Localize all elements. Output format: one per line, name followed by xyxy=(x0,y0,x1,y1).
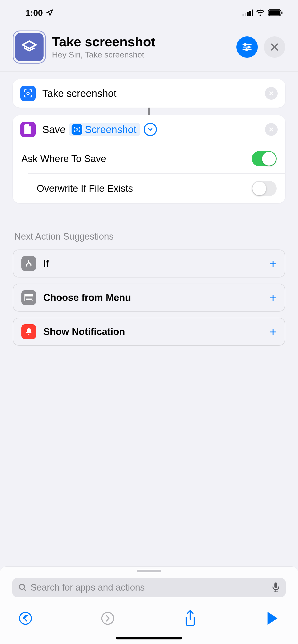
suggestion-choose-menu[interactable]: Choose from Menu + xyxy=(13,284,285,312)
shortcut-app-icon[interactable] xyxy=(13,31,46,64)
delete-action-button[interactable] xyxy=(265,87,278,100)
title-block: Take screenshot Hey Siri, Take screensho… xyxy=(52,35,230,60)
option-ask-where-label: Ask Where To Save xyxy=(21,153,106,164)
suggestion-if[interactable]: If + xyxy=(13,250,285,277)
toggle-overwrite[interactable] xyxy=(252,181,277,196)
shortcut-title[interactable]: Take screenshot xyxy=(52,35,230,49)
svg-rect-28 xyxy=(274,582,277,588)
cellular-icon xyxy=(242,9,253,16)
shortcuts-glyph-icon xyxy=(20,38,38,56)
battery-icon xyxy=(268,9,283,16)
svg-rect-0 xyxy=(242,14,244,16)
suggestions-heading: Next Action Suggestions xyxy=(14,231,285,242)
chevron-down-icon xyxy=(147,126,154,133)
play-icon xyxy=(266,611,279,625)
bottom-toolbar xyxy=(0,597,298,637)
svg-point-11 xyxy=(248,46,250,48)
add-suggestion-button[interactable]: + xyxy=(269,291,277,305)
undo-button[interactable] xyxy=(15,611,36,625)
editor-header: Take screenshot Hey Siri, Take screensho… xyxy=(0,25,298,71)
share-icon xyxy=(183,610,197,627)
status-bar: 1:00 xyxy=(0,0,298,25)
option-overwrite-label: Overwrite If File Exists xyxy=(37,183,133,194)
svg-point-32 xyxy=(102,612,114,624)
svg-rect-1 xyxy=(245,13,246,16)
status-time: 1:00 xyxy=(25,8,53,18)
if-icon xyxy=(21,256,36,271)
svg-rect-7 xyxy=(281,11,282,14)
svg-rect-6 xyxy=(269,10,280,15)
undo-icon xyxy=(18,611,33,625)
add-suggestion-button[interactable]: + xyxy=(269,325,277,339)
action-take-screenshot[interactable]: Take screenshot xyxy=(13,79,285,108)
x-icon xyxy=(268,126,274,133)
toggle-ask-where[interactable] xyxy=(252,151,277,166)
suggestion-label: Show Notification xyxy=(43,326,262,337)
svg-point-13 xyxy=(246,49,248,51)
delete-action-button[interactable] xyxy=(265,123,278,136)
svg-rect-4 xyxy=(252,9,253,16)
file-app-icon xyxy=(20,122,36,137)
svg-point-16 xyxy=(27,92,29,95)
location-icon xyxy=(46,9,53,17)
save-action-label: Save Screenshot xyxy=(42,123,258,136)
action-label: Take screenshot xyxy=(42,88,258,99)
svg-rect-2 xyxy=(247,12,249,16)
share-button[interactable] xyxy=(180,610,200,627)
run-button[interactable] xyxy=(262,611,283,625)
drag-handle[interactable] xyxy=(137,570,161,572)
svg-rect-3 xyxy=(249,11,251,16)
settings-button[interactable] xyxy=(236,36,258,58)
action-connector xyxy=(148,108,150,115)
sliders-icon xyxy=(241,41,253,53)
svg-point-31 xyxy=(20,612,32,624)
bottom-panel: Search for apps and actions xyxy=(0,566,298,644)
clock-text: 1:00 xyxy=(25,8,43,18)
bell-icon xyxy=(21,324,36,339)
x-icon xyxy=(268,90,274,96)
suggestion-label: Choose from Menu xyxy=(43,292,262,303)
svg-point-19 xyxy=(76,129,78,130)
svg-point-9 xyxy=(244,43,246,46)
home-indicator[interactable] xyxy=(116,637,182,639)
redo-button[interactable] xyxy=(98,611,118,625)
search-placeholder: Search for apps and actions xyxy=(31,582,268,593)
siri-phrase: Hey Siri, Take screenshot xyxy=(52,50,230,60)
action-save-file[interactable]: Save Screenshot xyxy=(13,115,285,203)
variable-name: Screenshot xyxy=(85,124,136,135)
suggestion-show-notification[interactable]: Show Notification + xyxy=(13,318,285,346)
editor-content: Take screenshot Save xyxy=(0,71,298,346)
wifi-icon xyxy=(256,9,265,16)
svg-rect-23 xyxy=(24,294,33,296)
add-suggestion-button[interactable]: + xyxy=(269,257,277,271)
svg-line-27 xyxy=(24,589,25,590)
dictation-icon[interactable] xyxy=(272,582,280,593)
document-icon xyxy=(24,124,32,135)
screenshot-app-icon xyxy=(20,86,36,101)
save-verb: Save xyxy=(42,124,65,135)
suggestion-label: If xyxy=(43,258,262,269)
close-button[interactable] xyxy=(264,36,285,58)
search-bar[interactable]: Search for apps and actions xyxy=(12,578,286,597)
expand-options-button[interactable] xyxy=(144,123,157,136)
search-icon xyxy=(18,583,27,592)
redo-icon xyxy=(101,611,115,625)
camera-bracket-icon xyxy=(23,89,33,98)
close-icon xyxy=(270,42,279,52)
camera-bracket-icon xyxy=(74,126,80,133)
menu-icon xyxy=(21,290,36,305)
status-indicators xyxy=(242,9,283,16)
variable-screenshot[interactable]: Screenshot xyxy=(69,123,140,136)
